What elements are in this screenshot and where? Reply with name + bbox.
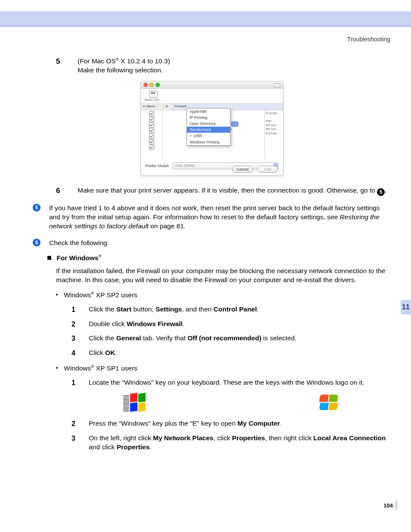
text: Click (89, 349, 105, 356)
text: . (385, 187, 386, 194)
text: For Windows (56, 254, 98, 261)
right-column: R-Script inter BR-Scri BR-Scri R-Script (265, 110, 283, 159)
checkbox-icon[interactable] (149, 139, 154, 144)
step-5: 5 (For Mac OS® X 10.2.4 to 10.3) Make th… (56, 57, 390, 75)
bold-text: My Network Places (153, 434, 213, 442)
sp2-step-3: 3 Click the General tab. Verify that Off… (72, 334, 390, 343)
note-6: 6 Check the following: (34, 239, 390, 248)
bold-text: Properties (117, 443, 150, 451)
sp2-step-2: 2 Double click Windows Firewall. (72, 320, 390, 329)
menu-item-windows-printing[interactable]: Windows Printing (187, 139, 230, 145)
sp1-steps: 1 Locate the "Windows" key on your keybo… (72, 378, 390, 452)
text: Windows (64, 364, 91, 372)
step-number: 1 (72, 305, 79, 314)
text: Make the following selection. (78, 66, 163, 74)
windows-xp-logo-icon (320, 395, 339, 412)
dropdown-arrow-icon[interactable] (231, 121, 238, 127)
text: . (183, 320, 184, 327)
sp1-step-1: 1 Locate the "Windows" key on your keybo… (72, 378, 390, 388)
toolbar-toggle-icon[interactable] (274, 83, 280, 87)
minimize-icon[interactable] (149, 83, 154, 87)
select-value: Auto Select (175, 163, 195, 168)
step-6: 6 Make sure that your print server appea… (56, 186, 390, 196)
sp2-step-4: 4 Click OK. (72, 348, 390, 358)
step-number: 2 (72, 419, 79, 429)
text: inter (266, 119, 282, 123)
text: Make sure that your print server appears… (78, 187, 377, 194)
text: X 10.2.4 to 10.3) (119, 57, 170, 65)
text: , click (213, 434, 232, 442)
checkbox-icon[interactable] (149, 111, 154, 116)
text: and click (89, 443, 117, 451)
bold-text: General (116, 334, 141, 342)
add-button[interactable]: Add (257, 166, 278, 173)
col-n: N (164, 104, 173, 110)
make-default-tool[interactable]: Make Def… (144, 91, 162, 103)
text: . (280, 420, 282, 427)
connection-dropdown[interactable]: AppleTalk IP Printing Open Directory Ren… (187, 108, 230, 146)
step-text: Double click Windows Firewall. (89, 320, 390, 329)
text: button, (131, 305, 156, 313)
text: If you have tried 1 to 4 above and it do… (49, 204, 380, 221)
windows-logos (123, 393, 339, 413)
list-body: R-Script inter BR-Scri BR-Scri R-Script … (141, 110, 283, 159)
col-in-menu: In Menu (141, 104, 164, 110)
bold-text: Settings (156, 305, 182, 313)
checkbox-icon[interactable] (149, 117, 154, 122)
step-number: 3 (72, 334, 79, 343)
text: , and then (182, 305, 213, 313)
chapter-tab: 11 (401, 300, 411, 314)
step-number: 4 (72, 348, 79, 358)
printer-icon (149, 91, 158, 98)
text: R-Script (266, 131, 282, 135)
text: tab. Verify that (141, 334, 187, 342)
for-windows-section: For Windows® If the installation failed,… (47, 254, 390, 452)
text: XP SP2 users (94, 291, 137, 299)
bold-text: Off (not recommended) (187, 334, 261, 342)
step-number: 1 (72, 378, 79, 388)
document-page: Troubleshooting 11 104 5 (For Mac OS® X … (0, 0, 411, 532)
mac-titlebar (141, 81, 283, 89)
menu-item-appletalk[interactable]: AppleTalk (187, 109, 230, 115)
section-heading: For Windows® (47, 254, 390, 263)
step-text: Click the Start button, Settings, and th… (89, 305, 390, 314)
note-5: 5 If you have tried 1 to 4 above and it … (34, 204, 390, 231)
text: . (149, 443, 151, 451)
windows-classic-logo-icon (123, 393, 146, 413)
header-bar (0, 11, 411, 26)
dialog-buttons: Cancel Add (232, 166, 278, 173)
circled-number-6-icon: 6 (33, 239, 40, 246)
menu-item-ip-printing[interactable]: IP Printing (187, 115, 230, 121)
mac-printer-setup-window: Make Def… In Menu N Product (140, 81, 283, 176)
bold-text: Local Area Connection (313, 434, 386, 442)
bold-text: My Computer (237, 420, 280, 427)
step-number: 2 (72, 320, 79, 329)
sp2-steps: 1 Click the Start button, Settings, and … (72, 305, 390, 358)
zoom-icon[interactable] (156, 83, 160, 87)
sp2-step-1: 1 Click the Start button, Settings, and … (72, 305, 390, 314)
mac-toolbar: Make Def… (141, 89, 283, 104)
checkbox-icon[interactable] (149, 145, 154, 150)
checkbox-icon[interactable] (149, 128, 154, 133)
text: Press the "Windows" key plus the "E" key… (89, 420, 237, 427)
checkbox-icon[interactable] (149, 122, 154, 128)
text: on page 81. (149, 222, 186, 230)
button-label: Cancel (237, 167, 249, 172)
menu-item-rendezvous[interactable]: Rendezvous (187, 127, 230, 133)
bold-text: Properties (232, 434, 265, 442)
text: BR-Scri (266, 123, 282, 127)
text: Click the (89, 305, 116, 313)
registered-mark: ® (98, 253, 101, 258)
step-text: Click the General tab. Verify that Off (… (89, 334, 390, 343)
text: BR-Scri (266, 127, 282, 131)
checkbox-icon[interactable] (149, 134, 154, 139)
menu-item-usb[interactable]: USB (187, 133, 230, 139)
menu-item-open-directory[interactable]: Open Directory (187, 121, 230, 127)
text: . (257, 305, 258, 313)
sp2-users: Windows® XP SP2 users (56, 291, 390, 300)
step-text: On the left, right click My Network Plac… (89, 434, 390, 452)
tool-label: Make Def… (144, 98, 162, 103)
page-content: 5 (For Mac OS® X 10.2.4 to 10.3) Make th… (34, 57, 390, 452)
cancel-button[interactable]: Cancel (232, 166, 253, 173)
close-icon[interactable] (143, 83, 148, 87)
